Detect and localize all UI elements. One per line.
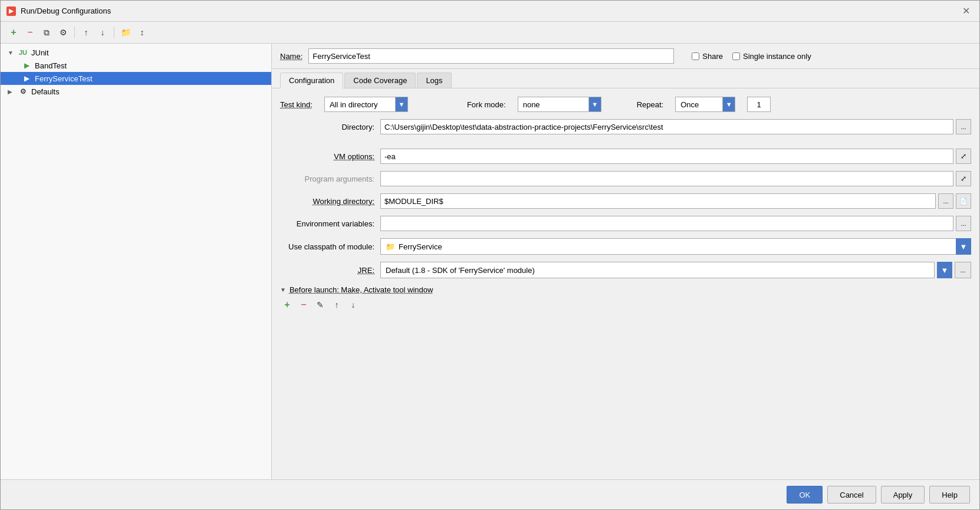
ferrytest-icon: ▶	[22, 74, 31, 83]
share-row: Share Single instance only	[692, 52, 811, 61]
copy-config-button[interactable]: ⧉	[40, 25, 54, 40]
program-args-input[interactable]	[380, 171, 953, 186]
share-checkbox-label[interactable]: Share	[692, 52, 723, 61]
directory-input[interactable]	[380, 119, 953, 134]
vm-options-control: ⤢	[380, 149, 971, 164]
fork-mode-combo: none ▼	[518, 97, 601, 112]
tree-item-bandtest[interactable]: ▶ BandTest	[1, 59, 271, 72]
jre-combo: Default (1.8 - SDK of 'FerryService' mod…	[380, 262, 971, 278]
tab-configuration[interactable]: Configuration	[280, 73, 343, 88]
directory-row: Directory: ...	[280, 119, 971, 134]
fork-mode-dropdown[interactable]: ▼	[588, 97, 601, 112]
single-instance-checkbox[interactable]	[732, 52, 740, 60]
directory-control: ...	[380, 119, 971, 134]
jre-control: Default (1.8 - SDK of 'FerryService' mod…	[380, 262, 971, 278]
test-kind-row: Test kind: All in directory ▼ Fork mode:…	[280, 97, 971, 112]
working-dir-input[interactable]	[380, 193, 936, 209]
jre-combo-text: Default (1.8 - SDK of 'FerryService' mod…	[380, 262, 935, 278]
before-launch-header[interactable]: ▼ Before launch: Make, Activate tool win…	[280, 285, 971, 294]
dialog-title: Run/Debug Configurations	[21, 6, 111, 15]
cancel-button[interactable]: Cancel	[827, 486, 876, 504]
jre-dropdown[interactable]: ▼	[937, 262, 952, 278]
jre-label: JRE:	[280, 266, 374, 275]
toolbar-separator	[74, 27, 75, 38]
apply-button[interactable]: Apply	[881, 486, 925, 504]
tree-item-junit[interactable]: ▼ JU JUnit	[1, 46, 271, 59]
single-instance-label: Single instance only	[743, 52, 811, 61]
run-debug-dialog: ▶ Run/Debug Configurations ✕ + − ⧉ ⚙ ↑ ↓…	[0, 0, 980, 510]
before-launch-up-button[interactable]: ↑	[330, 298, 344, 312]
defaults-label: Defaults	[31, 87, 60, 96]
tree-item-defaults[interactable]: ▶ ⚙ Defaults	[1, 85, 271, 98]
config-tree: ▼ JU JUnit ▶ BandTest ▶ FerryServiceTest…	[1, 44, 271, 479]
before-launch-remove-button[interactable]: −	[297, 298, 311, 312]
vm-options-input[interactable]	[380, 149, 953, 164]
junit-icon: JU	[18, 48, 28, 57]
repeat-dropdown[interactable]: ▼	[722, 97, 735, 112]
jre-row: JRE: Default (1.8 - SDK of 'FerryService…	[280, 262, 971, 278]
toolbar: + − ⧉ ⚙ ↑ ↓ 📁 ↕	[1, 22, 979, 44]
classpath-label: Use classpath of module:	[280, 242, 374, 251]
program-args-control: ⤢	[380, 171, 971, 186]
bandtest-label: BandTest	[35, 61, 67, 70]
settings-button[interactable]: ⚙	[56, 25, 70, 40]
title-bar: ▶ Run/Debug Configurations ✕	[1, 1, 979, 22]
close-button[interactable]: ✕	[959, 4, 974, 18]
jre-value: Default (1.8 - SDK of 'FerryService' mod…	[386, 266, 535, 275]
expand-arrow-junit: ▼	[8, 50, 15, 56]
app-icon: ▶	[6, 6, 16, 16]
folder-button[interactable]: 📁	[119, 25, 133, 40]
help-button[interactable]: Help	[929, 486, 970, 504]
test-kind-combo: All in directory ▼	[324, 97, 408, 112]
main-content: ▼ JU JUnit ▶ BandTest ▶ FerryServiceTest…	[1, 44, 979, 479]
name-row: Name: Share Single instance only	[272, 44, 979, 69]
expand-arrow-defaults: ▶	[8, 88, 15, 95]
before-launch-down-button[interactable]: ↓	[346, 298, 360, 312]
before-launch-section: ▼ Before launch: Make, Activate tool win…	[280, 285, 971, 317]
working-dir-browse-button[interactable]: ...	[938, 193, 953, 209]
before-launch-edit-button[interactable]: ✎	[313, 298, 327, 312]
before-launch-add-button[interactable]: +	[280, 298, 294, 312]
single-instance-checkbox-label[interactable]: Single instance only	[732, 52, 811, 61]
name-label: Name:	[280, 52, 302, 61]
add-config-button[interactable]: +	[6, 25, 21, 40]
before-launch-label: Before launch: Make, Activate tool windo…	[290, 285, 433, 294]
tab-logs[interactable]: Logs	[417, 73, 451, 88]
jre-browse-button[interactable]: ...	[955, 262, 971, 278]
before-launch-arrow: ▼	[280, 287, 286, 293]
env-vars-control: ...	[380, 216, 971, 231]
vm-options-label: VM options:	[280, 152, 374, 161]
share-checkbox[interactable]	[692, 52, 699, 60]
test-kind-value: All in directory	[324, 97, 395, 112]
program-args-expand-button[interactable]: ⤢	[956, 171, 971, 186]
program-args-row: Program arguments: ⤢	[280, 171, 971, 186]
bandtest-icon: ▶	[22, 61, 31, 70]
repeat-combo: Once ▼	[675, 97, 735, 112]
vm-options-row: VM options: ⤢	[280, 149, 971, 164]
move-up-button[interactable]: ↑	[79, 25, 93, 40]
share-label: Share	[702, 52, 723, 61]
sort-button[interactable]: ↕	[135, 25, 149, 40]
ferrytest-label: FerryServiceTest	[35, 74, 93, 83]
module-dropdown[interactable]: ▼	[956, 238, 971, 255]
move-down-button[interactable]: ↓	[96, 25, 110, 40]
name-input[interactable]	[308, 48, 674, 64]
tab-code-coverage[interactable]: Code Coverage	[344, 73, 416, 88]
title-bar-left: ▶ Run/Debug Configurations	[6, 6, 111, 16]
remove-config-button[interactable]: −	[23, 25, 37, 40]
repeat-value: Once	[675, 97, 722, 112]
env-vars-browse-button[interactable]: ...	[956, 216, 971, 231]
vm-options-expand-button[interactable]: ⤢	[956, 149, 971, 164]
test-kind-dropdown[interactable]: ▼	[395, 97, 408, 112]
env-vars-input[interactable]	[380, 216, 953, 231]
footer: OK Cancel Apply Help	[1, 479, 979, 509]
module-combo-text: 📁 FerryService	[380, 238, 956, 255]
repeat-label: Repeat:	[637, 100, 664, 109]
fork-mode-label: Fork mode:	[467, 100, 506, 109]
env-vars-label: Environment variables:	[280, 219, 374, 228]
working-dir-macro-button[interactable]: 📄	[956, 193, 971, 209]
working-dir-row: Working directory: ... 📄	[280, 193, 971, 209]
ok-button[interactable]: OK	[787, 486, 823, 504]
directory-browse-button[interactable]: ...	[956, 119, 971, 134]
tree-item-ferrytest[interactable]: ▶ FerryServiceTest	[1, 72, 271, 85]
